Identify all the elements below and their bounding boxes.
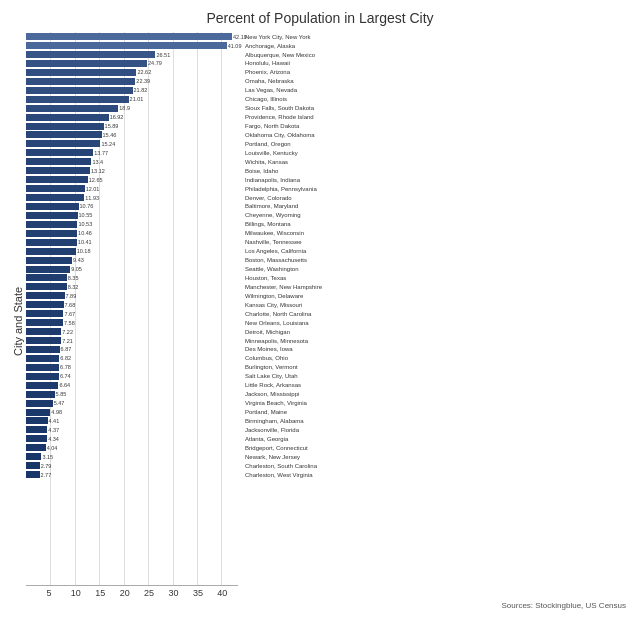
bar-value-label: 15.24 xyxy=(101,141,115,147)
bar-value-label: 7.67 xyxy=(64,311,75,317)
chart-body: City and State 42.1941.0926.5124.7922.62… xyxy=(10,32,630,610)
bar-row: 7.68 xyxy=(26,300,241,309)
bar-row: 42.19 xyxy=(26,32,241,41)
bar xyxy=(26,248,76,255)
bar-value-label: 7.22 xyxy=(62,329,73,335)
city-label: Fargo, North Dakota xyxy=(245,123,299,129)
city-label-row: Las Vegas, Nevada xyxy=(245,86,630,95)
bar-row: 4.34 xyxy=(26,435,241,444)
bar xyxy=(26,60,147,67)
bar xyxy=(26,355,59,362)
bar-value-label: 5.47 xyxy=(54,400,65,406)
city-label-row: Bridgeport, Connecticut xyxy=(245,443,630,452)
chart-right: 42.1941.0926.5124.7922.6222.3921.8221.01… xyxy=(26,32,630,610)
bar-value-label: 4.34 xyxy=(48,436,59,442)
bar-value-label: 10.18 xyxy=(77,248,91,254)
bar-row: 10.18 xyxy=(26,247,241,256)
bar-row: 6.64 xyxy=(26,381,241,390)
city-label-row: Manchester, New Hampshire xyxy=(245,283,630,292)
bar xyxy=(26,51,155,58)
city-label-row: Boston, Massachusetts xyxy=(245,256,630,265)
bar xyxy=(26,149,93,156)
city-label: Houston, Texas xyxy=(245,275,286,281)
city-label: Portland, Oregon xyxy=(245,141,291,147)
city-label: Cheyenne, Wyoming xyxy=(245,212,301,218)
bar-value-label: 10.41 xyxy=(78,239,92,245)
x-tick: 35 xyxy=(193,588,203,598)
city-label-row: Wilmington, Delaware xyxy=(245,292,630,301)
bar-row: 10.53 xyxy=(26,220,241,229)
city-label: Boise, Idaho xyxy=(245,168,278,174)
city-label: New York City, New York xyxy=(245,34,311,40)
bar-value-label: 26.51 xyxy=(156,52,170,58)
source-text: Sources: Stockingblue, US Census xyxy=(26,601,630,610)
city-label: Bridgeport, Connecticut xyxy=(245,445,308,451)
city-label: Phoenix, Arizona xyxy=(245,69,290,75)
city-label-row: Virginia Beach, Virginia xyxy=(245,399,630,408)
bar-row: 22.62 xyxy=(26,68,241,77)
city-label: Jacksonville, Florida xyxy=(245,427,299,433)
city-label-row: Nashville, Tennessee xyxy=(245,238,630,247)
city-label: Charleston, South Carolina xyxy=(245,463,317,469)
x-tick: 10 xyxy=(71,588,81,598)
bar xyxy=(26,167,90,174)
bar xyxy=(26,471,40,478)
bar-row: 6.87 xyxy=(26,345,241,354)
city-label: Burlington, Vermont xyxy=(245,364,298,370)
bar-value-label: 12.01 xyxy=(86,186,100,192)
bar-value-label: 12.65 xyxy=(89,177,103,183)
city-label-row: Sioux Falls, South Dakota xyxy=(245,104,630,113)
bar xyxy=(26,400,53,407)
bar xyxy=(26,453,41,460)
bar xyxy=(26,33,232,40)
city-label-row: Anchorage, Alaska xyxy=(245,41,630,50)
city-label-row: Providence, Rhode Island xyxy=(245,113,630,122)
bar-row: 8.32 xyxy=(26,283,241,292)
bar xyxy=(26,391,55,398)
city-label: Honolulu, Hawaii xyxy=(245,60,290,66)
bar-row: 41.09 xyxy=(26,41,241,50)
bar-value-label: 22.39 xyxy=(136,78,150,84)
bar-row: 4.04 xyxy=(26,443,241,452)
bar xyxy=(26,328,61,335)
city-label: Wilmington, Delaware xyxy=(245,293,303,299)
bar-value-label: 11.93 xyxy=(85,195,99,201)
city-label-row: Albuquerque, New Mexico xyxy=(245,50,630,59)
city-label-row: Jackson, Mississippi xyxy=(245,390,630,399)
bar xyxy=(26,123,104,130)
city-label-row: Detroit, Michigan xyxy=(245,327,630,336)
bar-row: 4.41 xyxy=(26,417,241,426)
city-label-row: New Orleans, Louisiana xyxy=(245,318,630,327)
bar-value-label: 21.82 xyxy=(134,87,148,93)
city-label-row: Wichita, Kansas xyxy=(245,157,630,166)
city-label-row: Minneapolis, Minnesota xyxy=(245,336,630,345)
bar xyxy=(26,364,59,371)
bars-and-labels: 42.1941.0926.5124.7922.6222.3921.8221.01… xyxy=(26,32,630,585)
bar xyxy=(26,78,135,85)
city-label: Birmingham, Alabama xyxy=(245,418,304,424)
bar-value-label: 2.79 xyxy=(41,463,52,469)
city-label-row: Philadelphia, Pennsylvania xyxy=(245,184,630,193)
bar-row: 5.47 xyxy=(26,399,241,408)
bar xyxy=(26,435,47,442)
x-tick: 25 xyxy=(144,588,154,598)
city-label: Manchester, New Hampshire xyxy=(245,284,322,290)
bar-row: 10.46 xyxy=(26,229,241,238)
bar xyxy=(26,257,72,264)
bar-value-label: 41.09 xyxy=(228,43,242,49)
city-label: Denver, Colorado xyxy=(245,195,292,201)
bar-value-label: 9.05 xyxy=(71,266,82,272)
city-label: Las Vegas, Nevada xyxy=(245,87,297,93)
city-label-row: Charlotte, North Carolina xyxy=(245,309,630,318)
city-label-row: Indianapolis, Indiana xyxy=(245,175,630,184)
bar-row: 4.98 xyxy=(26,408,241,417)
bar-row: 21.82 xyxy=(26,86,241,95)
bar-row: 7.22 xyxy=(26,327,241,336)
bar-value-label: 13.4 xyxy=(92,159,103,165)
city-label: New Orleans, Louisiana xyxy=(245,320,309,326)
bar-value-label: 10.53 xyxy=(78,221,92,227)
bar-value-label: 6.87 xyxy=(61,346,72,352)
bar-value-label: 6.64 xyxy=(59,382,70,388)
bar-row: 11.93 xyxy=(26,193,241,202)
city-label: Oklahoma City, Oklahoma xyxy=(245,132,315,138)
